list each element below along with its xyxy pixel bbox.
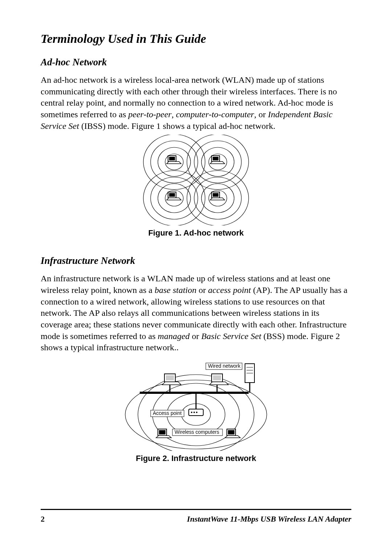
page-title: Terminology Used in This Guide bbox=[41, 32, 351, 46]
section-adhoc-title: Ad-hoc Network bbox=[41, 57, 351, 68]
svg-rect-17 bbox=[169, 157, 175, 160]
computer-icon bbox=[225, 429, 240, 438]
label-wireless-computers: Wireless computers bbox=[175, 429, 219, 435]
text: or bbox=[190, 331, 201, 341]
term-peer-to-peer: peer-to-peer bbox=[128, 110, 171, 119]
page-number: 2 bbox=[41, 514, 45, 524]
label-access-point: Access point bbox=[153, 410, 181, 416]
term-base-station: base station bbox=[155, 285, 196, 295]
svg-point-43 bbox=[191, 412, 192, 413]
figure-1-caption: Figure 1. Ad-hoc network bbox=[41, 228, 351, 238]
svg-rect-49 bbox=[228, 430, 234, 434]
text: , bbox=[172, 110, 176, 119]
figure-2-infrastructure-network: Wired network Access point Wireless comp… bbox=[118, 356, 274, 451]
label-wired-network: Wired network bbox=[208, 363, 241, 369]
computer-icon bbox=[156, 429, 171, 438]
term-managed: managed bbox=[158, 331, 190, 341]
svg-rect-37 bbox=[166, 375, 174, 380]
svg-rect-40 bbox=[213, 375, 221, 380]
svg-rect-23 bbox=[213, 193, 219, 197]
svg-rect-47 bbox=[159, 430, 166, 434]
section-infra-paragraph: An infrastructure network is a WLAN made… bbox=[41, 273, 351, 354]
svg-point-45 bbox=[196, 412, 197, 413]
text: or bbox=[196, 285, 208, 295]
term-computer-to-computer: computer-to-computer bbox=[176, 110, 254, 119]
term-access-point: access point bbox=[208, 285, 251, 295]
section-adhoc-paragraph: An ad-hoc network is a wireless local-ar… bbox=[41, 74, 351, 132]
computer-icon bbox=[167, 156, 225, 200]
access-point-icon bbox=[189, 409, 203, 416]
server-icon bbox=[245, 364, 254, 393]
figure-2-caption: Figure 2. Infrastructure network bbox=[41, 454, 351, 463]
svg-point-44 bbox=[193, 412, 195, 413]
term-bss: Basic Service Set bbox=[201, 331, 261, 341]
computer-icon bbox=[209, 374, 228, 393]
text: (IBSS) mode. Figure 1 shows a typical ad… bbox=[79, 121, 275, 131]
footer-title: InstantWave 11-Mbps USB Wireless LAN Ada… bbox=[187, 514, 351, 524]
text: , or bbox=[254, 110, 268, 119]
svg-rect-19 bbox=[213, 157, 219, 160]
section-infra-title: Infrastructure Network bbox=[41, 255, 351, 266]
figure-1-adhoc-network bbox=[140, 135, 252, 225]
svg-rect-21 bbox=[169, 193, 175, 197]
page-footer: 2 InstantWave 11-Mbps USB Wireless LAN A… bbox=[41, 509, 351, 524]
